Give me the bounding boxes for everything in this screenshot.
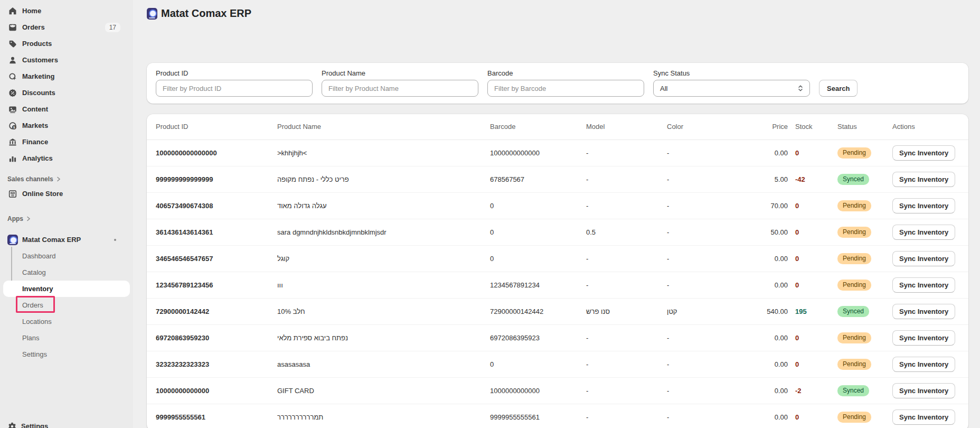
apps-header[interactable]: Apps bbox=[0, 212, 133, 225]
discount-icon bbox=[7, 88, 18, 98]
media-icon bbox=[7, 104, 18, 115]
barcode-field: Barcode bbox=[487, 69, 644, 97]
sync-inventory-button[interactable]: Sync Inventory bbox=[892, 145, 955, 161]
cell-status: Pending bbox=[830, 219, 885, 245]
cell-status: Synced bbox=[830, 377, 885, 404]
product-name-input[interactable] bbox=[322, 80, 478, 97]
sidebar-item-matat-comax-erp[interactable]: Matat Comax ERP bbox=[0, 231, 133, 248]
sync-inventory-button[interactable]: Sync Inventory bbox=[892, 357, 955, 372]
table-row: 999999999999999 פריט כללי - נפתח מקופה 6… bbox=[147, 166, 968, 192]
sidebar-item-products[interactable]: Products bbox=[0, 35, 133, 52]
sidebar-item-marketing[interactable]: Marketing bbox=[0, 68, 133, 85]
page-title: Matat Comax ERP bbox=[161, 7, 251, 20]
cell-price: 5.00 bbox=[745, 166, 788, 192]
cell-price: 0.00 bbox=[745, 272, 788, 298]
cell-product-name: קוגל bbox=[268, 245, 481, 272]
cell-color: - bbox=[658, 272, 745, 298]
cell-color: - bbox=[658, 139, 745, 166]
sidebar-item-label: Settings bbox=[21, 422, 48, 428]
col-product-id: Product ID bbox=[147, 114, 268, 139]
sidebar-subitem-orders[interactable]: Orders bbox=[0, 297, 133, 313]
sidebar-subitem-inventory[interactable]: Inventory bbox=[3, 281, 130, 297]
col-stock: Stock bbox=[788, 114, 830, 139]
table-row: 72900000142442 חלב 10% 72900000142442 סנ… bbox=[147, 298, 968, 324]
cell-stock: -42 bbox=[788, 166, 830, 192]
subitem-label: Orders bbox=[22, 301, 43, 309]
search-button[interactable]: Search bbox=[819, 80, 858, 97]
sidebar-item-label: Orders bbox=[22, 23, 45, 31]
cell-model: - bbox=[577, 404, 658, 428]
sync-inventory-button[interactable]: Sync Inventory bbox=[892, 225, 955, 240]
col-product-name: Product Name bbox=[268, 114, 481, 139]
orders-count-badge: 17 bbox=[105, 23, 120, 32]
sync-inventory-button[interactable]: Sync Inventory bbox=[892, 410, 955, 425]
sync-status-select[interactable]: All bbox=[653, 80, 810, 97]
main-content: Matat Comax ERP Product ID Product Name … bbox=[133, 0, 980, 428]
cell-barcode: 1000000000000 bbox=[481, 377, 577, 404]
product-id-label: Product ID bbox=[156, 69, 313, 77]
cell-product-id: 10000000000000 bbox=[147, 377, 268, 404]
cell-actions: Sync Inventory bbox=[885, 219, 968, 245]
cell-barcode: 1234567891234 bbox=[481, 272, 577, 298]
sync-inventory-button[interactable]: Sync Inventory bbox=[892, 277, 955, 293]
cell-product-name: תמרררררררררר bbox=[268, 404, 481, 428]
sync-inventory-button[interactable]: Sync Inventory bbox=[892, 304, 955, 319]
chevron-right-icon bbox=[56, 176, 61, 182]
sync-inventory-button[interactable]: Sync Inventory bbox=[892, 198, 955, 213]
cell-model: - bbox=[577, 245, 658, 272]
sidebar-subitem-settings[interactable]: Settings bbox=[0, 346, 133, 362]
sidebar-item-settings-bottom[interactable]: Settings bbox=[0, 418, 133, 428]
cell-price: 50.00 bbox=[745, 219, 788, 245]
sidebar-subitem-locations[interactable]: Locations bbox=[0, 313, 133, 330]
sidebar-subitem-plans[interactable]: Plans bbox=[0, 330, 133, 346]
sync-inventory-button[interactable]: Sync Inventory bbox=[892, 251, 955, 266]
sidebar-item-label: Online Store bbox=[22, 190, 63, 198]
cell-actions: Sync Inventory bbox=[885, 139, 968, 166]
cell-product-name: עגלה גדולה מאוד bbox=[268, 192, 481, 219]
cell-color: - bbox=[658, 351, 745, 377]
sidebar-item-discounts[interactable]: Discounts bbox=[0, 85, 133, 101]
inventory-table: Product ID Product Name Barcode Model Co… bbox=[147, 114, 968, 428]
orders-icon bbox=[7, 22, 18, 33]
sales-channels-header[interactable]: Sales channels bbox=[0, 173, 133, 185]
sidebar-subitem-dashboard[interactable]: Dashboard bbox=[0, 248, 133, 264]
sync-inventory-button[interactable]: Sync Inventory bbox=[892, 330, 955, 346]
barcode-input[interactable] bbox=[487, 80, 644, 97]
cell-barcode: 0 bbox=[481, 219, 577, 245]
cell-stock: 0 bbox=[788, 245, 830, 272]
sidebar-item-finance[interactable]: Finance bbox=[0, 134, 133, 150]
product-id-input[interactable] bbox=[156, 80, 313, 97]
svg-text:$: $ bbox=[13, 125, 15, 128]
cell-model: סנו פרש bbox=[577, 298, 658, 324]
subitem-label: Inventory bbox=[22, 285, 53, 293]
cell-status: Pending bbox=[830, 139, 885, 166]
sync-inventory-button[interactable]: Sync Inventory bbox=[892, 383, 955, 398]
sidebar-item-analytics[interactable]: Analytics bbox=[0, 150, 133, 166]
home-icon bbox=[7, 6, 18, 16]
cell-status: Synced bbox=[830, 298, 885, 324]
sidebar-item-label: Products bbox=[22, 40, 52, 48]
status-badge: Synced bbox=[837, 174, 869, 185]
product-id-field: Product ID bbox=[156, 69, 313, 97]
sidebar-item-customers[interactable]: Customers bbox=[0, 52, 133, 68]
sidebar-item-online-store[interactable]: Online Store bbox=[0, 185, 133, 202]
cell-color: - bbox=[658, 377, 745, 404]
cell-stock: -2 bbox=[788, 377, 830, 404]
col-color: Color bbox=[658, 114, 745, 139]
sidebar-item-orders[interactable]: Orders 17 bbox=[0, 19, 133, 35]
cell-product-name: sara dgmndnjhkldsnbkdjmnbklmjsdr bbox=[268, 219, 481, 245]
sidebar-item-label: Discounts bbox=[22, 89, 55, 97]
sidebar-item-home[interactable]: Home bbox=[0, 3, 133, 19]
sync-inventory-button[interactable]: Sync Inventory bbox=[892, 172, 955, 187]
globe-dollar-icon: $ bbox=[7, 120, 18, 131]
cell-color: - bbox=[658, 192, 745, 219]
cell-stock: 0 bbox=[788, 404, 830, 428]
subitem-label: Plans bbox=[22, 334, 40, 342]
matat-comax-app-icon bbox=[7, 235, 18, 245]
sidebar-item-markets[interactable]: $ Markets bbox=[0, 117, 133, 134]
cell-price: 0.00 bbox=[745, 377, 788, 404]
sidebar-item-content[interactable]: Content bbox=[0, 101, 133, 117]
cell-stock: 0 bbox=[788, 192, 830, 219]
product-name-field: Product Name bbox=[322, 69, 478, 97]
sidebar-subitem-catalog[interactable]: Catalog bbox=[0, 264, 133, 281]
